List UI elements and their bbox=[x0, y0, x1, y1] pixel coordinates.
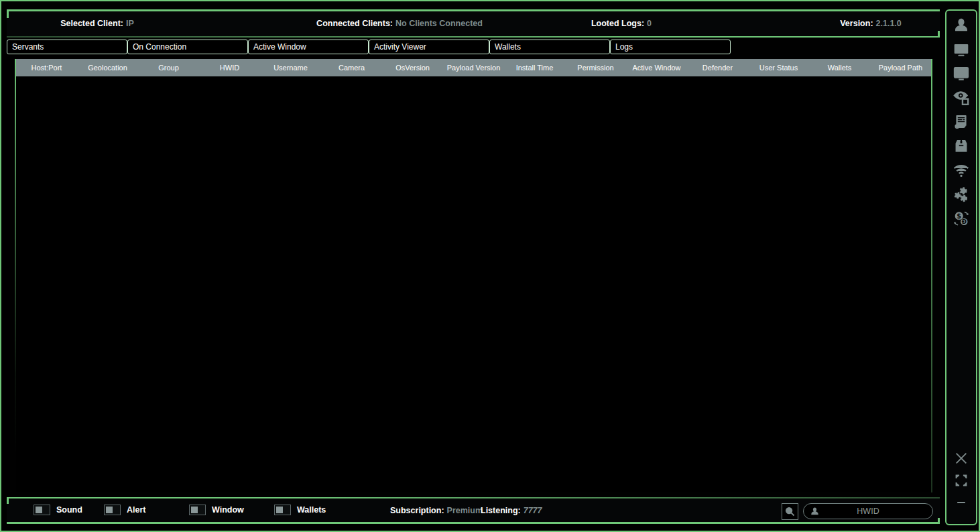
column-header-defender[interactable]: Defender bbox=[687, 64, 748, 72]
eye-viewer-icon bbox=[953, 89, 970, 107]
window-controls bbox=[951, 450, 971, 516]
selected-client-status: Selected Client:IP bbox=[60, 19, 134, 28]
column-header-host-port[interactable]: Host:Port bbox=[16, 64, 77, 72]
column-header-wallets[interactable]: Wallets bbox=[809, 64, 870, 72]
package-icon bbox=[953, 137, 970, 155]
logs-button[interactable] bbox=[951, 113, 971, 131]
connected-clients-status: Connected Clients:No Clients Connected bbox=[316, 19, 483, 28]
search-icon bbox=[784, 506, 796, 517]
toggle-knob bbox=[36, 507, 42, 513]
selected-client-label: Selected Client: bbox=[60, 19, 123, 28]
close-button[interactable] bbox=[951, 450, 971, 467]
looted-logs-status: Looted Logs:0 bbox=[591, 19, 652, 28]
remote-desktop-button[interactable] bbox=[951, 41, 971, 58]
connected-clients-value: No Clients Connected bbox=[395, 19, 483, 28]
minimize-button[interactable] bbox=[951, 494, 971, 511]
version-label: Version: bbox=[840, 19, 873, 28]
hwid-search-input[interactable] bbox=[804, 504, 932, 519]
currency-exchange-icon: $Đ bbox=[953, 210, 970, 227]
column-header-payload-path[interactable]: Payload Path bbox=[870, 64, 931, 72]
wallets-toggle-group: Wallets bbox=[274, 505, 326, 515]
alert-toggle-group: Alert bbox=[104, 505, 145, 515]
window-toggle-group: Window bbox=[189, 505, 244, 515]
toggle-knob bbox=[106, 507, 113, 513]
listening-status: Listening:7777 bbox=[481, 506, 542, 515]
column-header-hwid[interactable]: HWID bbox=[199, 64, 260, 72]
looted-logs-label: Looted Logs: bbox=[591, 19, 644, 28]
monitor-icon bbox=[953, 41, 970, 58]
maximize-button[interactable] bbox=[951, 472, 971, 489]
builder-button[interactable] bbox=[951, 137, 971, 155]
looted-logs-value: 0 bbox=[647, 19, 652, 28]
svg-text:Đ: Đ bbox=[962, 218, 967, 225]
topbar-border-accent bbox=[7, 9, 9, 18]
topbar-border-accent bbox=[938, 31, 940, 38]
tab-wallets[interactable]: Wallets bbox=[489, 40, 610, 54]
activity-monitor-icon bbox=[953, 65, 970, 82]
sound-toggle-group: Sound bbox=[34, 505, 82, 515]
minimize-icon bbox=[955, 496, 968, 509]
viewer-button[interactable] bbox=[951, 89, 971, 107]
system-monitor-button[interactable] bbox=[951, 65, 971, 82]
sound-toggle[interactable] bbox=[34, 505, 50, 515]
toggle-knob bbox=[191, 507, 198, 513]
hwid-search-field bbox=[803, 503, 933, 519]
spy-icon bbox=[953, 17, 970, 34]
statusbar-border-accent bbox=[7, 497, 9, 504]
logs-receipt-icon bbox=[953, 113, 970, 131]
search-button[interactable] bbox=[782, 503, 798, 520]
gears-icon bbox=[953, 186, 970, 203]
subscription-label: Subscription: bbox=[390, 506, 444, 515]
app-window: Selected Client:IP Connected Clients:No … bbox=[0, 0, 980, 532]
tab-bar: Servants On Connection Active Window Act… bbox=[7, 40, 731, 55]
tab-on-connection[interactable]: On Connection bbox=[127, 40, 248, 54]
column-header-permission[interactable]: Permission bbox=[565, 64, 626, 72]
toggle-knob bbox=[276, 507, 283, 513]
svg-text:$: $ bbox=[957, 212, 961, 220]
statusbar-border-accent bbox=[938, 518, 940, 524]
maximize-icon bbox=[955, 474, 968, 487]
close-icon bbox=[954, 451, 969, 466]
spy-button[interactable] bbox=[951, 17, 971, 34]
tab-servants[interactable]: Servants bbox=[7, 40, 127, 54]
sidebar: $Đ bbox=[945, 9, 977, 525]
alert-toggle[interactable] bbox=[104, 505, 121, 515]
statusbar: Sound Alert Window Wallets Subscription:… bbox=[7, 497, 940, 524]
listening-port-value: 7777 bbox=[524, 506, 542, 515]
wallets-toggle-label: Wallets bbox=[297, 505, 326, 515]
listening-label: Listening: bbox=[481, 506, 521, 515]
column-header-camera[interactable]: Camera bbox=[321, 64, 382, 72]
table-border-right bbox=[931, 59, 932, 492]
tab-logs[interactable]: Logs bbox=[610, 40, 731, 54]
window-toggle[interactable] bbox=[189, 505, 206, 515]
settings-button[interactable] bbox=[951, 186, 971, 203]
connected-clients-label: Connected Clients: bbox=[316, 19, 393, 28]
column-header-install-time[interactable]: Install Time bbox=[504, 64, 565, 72]
wallets-toggle[interactable] bbox=[274, 505, 291, 515]
column-header-geolocation[interactable]: Geolocation bbox=[77, 64, 138, 72]
topbar: Selected Client:IP Connected Clients:No … bbox=[7, 9, 940, 38]
crypto-clipper-button[interactable]: $Đ bbox=[951, 210, 971, 227]
window-toggle-label: Window bbox=[212, 505, 244, 515]
column-header-username[interactable]: Username bbox=[260, 64, 321, 72]
selected-client-value: IP bbox=[126, 19, 134, 28]
tab-activity-viewer[interactable]: Activity Viewer bbox=[369, 40, 489, 54]
column-header-payload-version[interactable]: Payload Version bbox=[443, 64, 504, 72]
subscription-status: Subscription:Premium bbox=[390, 506, 483, 515]
network-button[interactable] bbox=[951, 161, 971, 179]
version-status: Version:2.1.1.0 bbox=[840, 19, 902, 28]
tab-active-window[interactable]: Active Window bbox=[248, 40, 369, 54]
version-value: 2.1.1.0 bbox=[876, 19, 902, 28]
column-header-group[interactable]: Group bbox=[138, 64, 199, 72]
wifi-icon bbox=[953, 161, 970, 179]
column-header-osversion[interactable]: OsVersion bbox=[382, 64, 443, 72]
clients-table-header: Host:Port Geolocation Group HWID Usernam… bbox=[16, 59, 931, 76]
clients-table-body[interactable] bbox=[16, 76, 931, 492]
column-header-active-window[interactable]: Active Window bbox=[626, 64, 687, 72]
alert-toggle-label: Alert bbox=[127, 505, 145, 515]
sound-toggle-label: Sound bbox=[56, 505, 82, 515]
column-header-user-status[interactable]: User Status bbox=[748, 64, 809, 72]
subscription-value: Premium bbox=[447, 506, 483, 515]
